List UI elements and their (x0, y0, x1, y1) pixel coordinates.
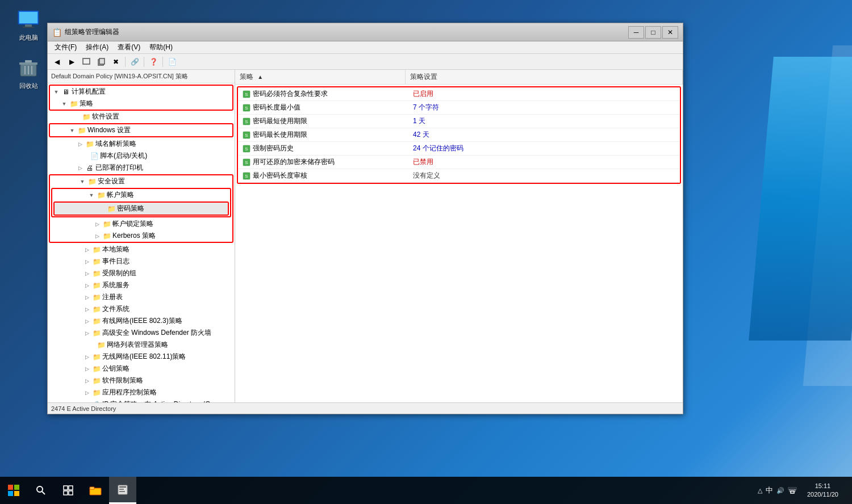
policy-row-reversible[interactable]: S 用可还原的加密来储存密码 已禁用 (238, 156, 680, 169)
expand-software[interactable] (73, 113, 81, 121)
close-button[interactable]: ✕ (662, 26, 678, 39)
printers-label: 已部署的打印机 (95, 163, 143, 173)
gpe-taskbar-button[interactable] (109, 477, 136, 504)
policy-row-min-age[interactable]: S 密码最短使用期限 1 天 (238, 115, 680, 128)
file-explorer-button[interactable] (82, 477, 109, 504)
view-button[interactable]: 📄 (165, 56, 179, 68)
tree-node-computer-config[interactable]: ▼ 🖥 计算机配置 (50, 86, 232, 98)
expand-netlist[interactable] (87, 341, 95, 349)
desktop-icon-my-computer[interactable]: 此电脑 (9, 9, 48, 42)
header-policy[interactable]: 策略 ▲ (235, 70, 406, 84)
minimize-button[interactable]: ─ (628, 26, 644, 39)
policy-setting-min-length: 7 个字符 (408, 101, 680, 114)
tree-node-local-policy[interactable]: ▷ 📁 本地策略 (48, 243, 235, 255)
tree-node-wireless[interactable]: ▷ 📁 无线网络(IEEE 802.11)策略 (48, 351, 235, 363)
expand-local[interactable]: ▷ (83, 246, 91, 254)
maximize-button[interactable]: □ (645, 26, 661, 39)
delete-button[interactable]: ✖ (109, 56, 123, 68)
start-button[interactable] (0, 477, 27, 504)
policy-row-complexity[interactable]: S 密码必须符合复杂性要求 已启用 (238, 87, 680, 101)
security-icon: 📁 (87, 177, 97, 186)
defender-label: 高级安全 Windows Defender 防火墙 (102, 328, 211, 338)
tray-chevron[interactable]: △ (758, 487, 762, 494)
tree-node-account-lockout[interactable]: ▷ 📁 帐户锁定策略 (50, 218, 232, 230)
expand-lockout[interactable]: ▷ (93, 220, 101, 228)
expand-fs[interactable]: ▷ (83, 305, 91, 313)
tree-node-password-policy[interactable]: 📁 密码策略 (55, 203, 228, 215)
policy-row-min-length[interactable]: S 密码长度最小值 7 个字符 (238, 101, 680, 115)
pubkey-icon: 📁 (92, 364, 101, 373)
menu-action[interactable]: 操作(A) (81, 41, 113, 53)
taskbar-clock[interactable]: 15:11 2020/11/20 (803, 482, 843, 499)
red-outline-computer-config: ▼ 🖥 计算机配置 ▼ 📁 策略 (49, 85, 233, 111)
tree-node-printers[interactable]: ▷ 🖨 已部署的打印机 (48, 162, 235, 174)
expand-security[interactable]: ▼ (78, 178, 86, 186)
menu-view[interactable]: 查看(V) (113, 41, 145, 53)
tree-node-wired-network[interactable]: ▷ 📁 有线网络(IEEE 802.3)策略 (48, 315, 235, 327)
menu-help[interactable]: 帮助(H) (145, 41, 177, 53)
tree-node-software-settings[interactable]: 📁 软件设置 (48, 111, 235, 123)
task-view-button[interactable] (55, 477, 82, 504)
kerberos-label: Kerberos 策略 (112, 231, 156, 241)
expand-kerberos[interactable]: ▷ (93, 232, 101, 240)
defender-icon: 📁 (92, 329, 101, 338)
tree-node-ipsec[interactable]: ▷ 🔒 IP 安全策略，在 Active Directory (O (48, 398, 235, 402)
expand-wireless[interactable]: ▷ (83, 353, 91, 361)
expand-password[interactable] (98, 205, 106, 213)
expand-event-log[interactable]: ▷ (83, 258, 91, 266)
status-text: 2474 E Active Directory (51, 405, 116, 412)
search-button[interactable] (27, 477, 55, 504)
tree-node-restricted-groups[interactable]: ▷ 📁 受限制的组 (48, 267, 235, 279)
expand-policy[interactable]: ▼ (60, 100, 68, 108)
forward-button[interactable]: ▶ (65, 56, 78, 68)
tree-node-dns[interactable]: ▷ 📁 域名解析策略 (48, 138, 235, 150)
expand-registry[interactable]: ▷ (83, 293, 91, 301)
tree-node-network-list[interactable]: 📁 网络列表管理器策略 (48, 339, 235, 351)
tray-volume[interactable]: 🔊 (776, 487, 784, 494)
tray-network[interactable] (788, 485, 797, 495)
tree-node-scripts[interactable]: 📄 脚本(启动/关机) (48, 150, 235, 162)
tray-lang[interactable]: 中 (766, 485, 773, 495)
svg-rect-34 (64, 486, 68, 490)
tree-node-kerberos[interactable]: ▷ 📁 Kerberos 策略 (50, 230, 232, 242)
policy-row-max-age[interactable]: S 密码最长使用期限 42 天 (238, 128, 680, 142)
expand-wired[interactable]: ▷ (83, 317, 91, 325)
help-button[interactable]: ❓ (147, 56, 160, 68)
tree-node-security-settings[interactable]: ▼ 📁 安全设置 (50, 175, 232, 187)
link-button[interactable]: 🔗 (128, 56, 141, 68)
expand-sys-svc[interactable]: ▷ (83, 282, 91, 289)
tree-node-account-policy[interactable]: ▼ 📁 帐户策略 (52, 189, 230, 201)
expand-pubkey[interactable]: ▷ (83, 365, 91, 373)
expand-applocker[interactable]: ▷ (83, 389, 91, 397)
expand-sw-restrict[interactable]: ▷ (83, 377, 91, 385)
back-button[interactable]: ◀ (50, 56, 64, 68)
expand-dns[interactable]: ▷ (76, 140, 84, 148)
tree-node-event-log[interactable]: ▷ 📁 事件日志 (48, 255, 235, 267)
expand-windows-settings[interactable]: ▼ (68, 127, 76, 135)
tree-node-defender[interactable]: ▷ 📁 高级安全 Windows Defender 防火墙 (48, 327, 235, 339)
expand-printers[interactable]: ▷ (76, 164, 84, 172)
expand-scripts[interactable] (81, 152, 89, 160)
tree-node-pubkey[interactable]: ▷ 📁 公钥策略 (48, 363, 235, 375)
copy-button[interactable] (94, 56, 108, 68)
expand-defender[interactable]: ▷ (83, 329, 91, 337)
menu-file[interactable]: 文件(F) (50, 41, 81, 53)
expand-account[interactable]: ▼ (87, 191, 95, 199)
policy-row-min-audit[interactable]: S 最小密码长度审核 没有定义 (238, 169, 680, 183)
tree-node-registry[interactable]: ▷ 📁 注册表 (48, 291, 235, 303)
tree-node-system-services[interactable]: ▷ 📁 系统服务 (48, 279, 235, 291)
header-setting[interactable]: 策略设置 (406, 70, 683, 84)
tree-node-windows-settings[interactable]: ▼ 📁 Windows 设置 (50, 124, 232, 136)
tree-node-policy[interactable]: ▼ 📁 策略 (50, 98, 232, 110)
tree-node-applocker[interactable]: ▷ 📁 应用程序控制策略 (48, 387, 235, 398)
svg-text:S: S (245, 92, 248, 97)
policy-row-history[interactable]: S 强制密码历史 24 个记住的密码 (238, 142, 680, 156)
svg-rect-42 (119, 489, 124, 490)
expand-computer-config[interactable]: ▼ (52, 88, 60, 96)
tree-node-filesystem[interactable]: ▷ 📁 文件系统 (48, 303, 235, 315)
title-bar: 📋 组策略管理编辑器 ─ □ ✕ (48, 23, 683, 41)
up-button[interactable] (80, 56, 93, 68)
desktop-icon-recycle-bin[interactable]: 回收站 (9, 57, 48, 90)
tree-node-software-restrict[interactable]: ▷ 📁 软件限制策略 (48, 375, 235, 387)
expand-restricted[interactable]: ▷ (83, 270, 91, 278)
